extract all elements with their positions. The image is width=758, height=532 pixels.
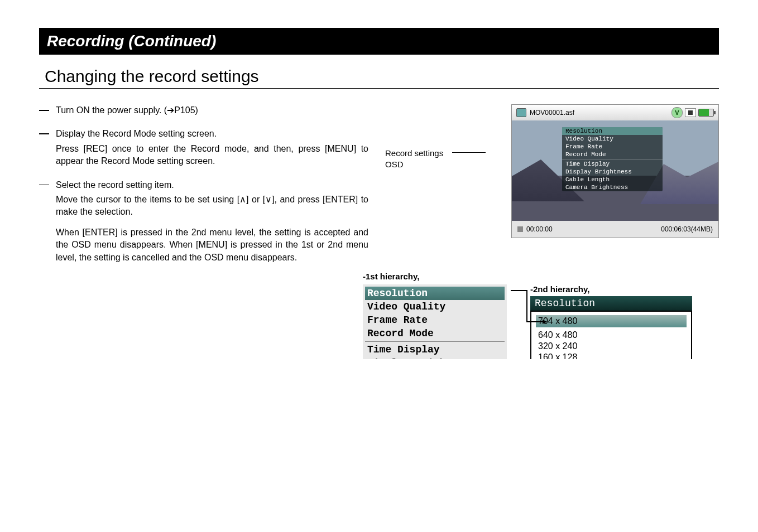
step-title: Turn ON the power supply. (➔P105) [56, 104, 368, 117]
osd-menu-item: Camera Brightness [562, 183, 663, 191]
record-settings-screenshot: MOV00001.asf V Resolution Video Quality [511, 104, 719, 238]
time-right: 000:06:03(44MB) [661, 225, 713, 233]
step-2: Display the Record Mode setting screen. … [56, 128, 368, 167]
osd-menu-item: Display Brightness [562, 168, 663, 176]
record-indicator-icon [517, 226, 523, 232]
step-1: Turn ON the power supply. (➔P105) [56, 104, 368, 117]
hierarchy-diagram: -1st hierarchy, Resolution Video Quality… [363, 272, 719, 359]
screenshot-titlebar: MOV00001.asf V [512, 105, 718, 120]
screenshot-filename: MOV00001.asf [530, 109, 574, 117]
submenu-option: 320 x 240 [536, 341, 687, 352]
battery-icon [698, 109, 714, 117]
step-title: Select the record setting item. [56, 179, 368, 191]
osd-menu-item: Cable Length [562, 176, 663, 183]
menu-item: Display Brightness [365, 356, 505, 359]
osd-label-line1: Record settings [385, 148, 443, 158]
submenu-option: 160 x 128 [536, 352, 687, 359]
menu-item: Time Display [365, 343, 505, 356]
osd-label: Record settings OSD [385, 148, 443, 170]
step-desc: Move the cursor to the items to be set u… [56, 194, 368, 219]
label-connector-line [452, 152, 486, 153]
screenshot-body: Resolution Video Quality Frame Rate Reco… [512, 120, 718, 221]
second-hierarchy-label: -2nd hierarchy, [530, 284, 692, 294]
step-desc: Press [REC] once to enter the Record mod… [56, 143, 368, 168]
step-3: Select the record setting item. Move the… [56, 179, 368, 219]
time-left: 00:00:00 [526, 225, 553, 233]
menu-item: Record Mode [365, 327, 505, 340]
steps-column: Turn ON the power supply. (➔P105) Displa… [39, 104, 368, 264]
osd-menu: Resolution Video Quality Frame Rate Reco… [562, 127, 663, 191]
stop-icon [685, 108, 696, 117]
first-hierarchy-menu: Resolution Video Quality Frame Rate Reco… [363, 284, 507, 359]
menu-item: Resolution [365, 287, 505, 300]
osd-menu-item: Resolution [562, 127, 663, 135]
osd-menu-item: Record Mode [562, 151, 663, 158]
section-title: Changing the record settings [45, 67, 719, 86]
submenu-box: 704 x 480 640 x 480 320 x 240 160 x 128 … [530, 311, 692, 359]
submenu-option: 704 x 480 [536, 315, 687, 327]
first-hierarchy-label: -1st hierarchy, [363, 272, 719, 281]
submenu-title: Resolution [530, 296, 692, 311]
osd-menu-item: Frame Rate [562, 143, 663, 151]
osd-menu-item: Time Display [562, 160, 663, 168]
note-text: When [ENTER] is pressed in the 2nd menu … [56, 226, 368, 264]
chapter-title: Recording (Continued) [39, 28, 719, 55]
submenu-option: 640 x 480 [536, 330, 687, 341]
app-icon [516, 108, 526, 117]
screenshot-footer: 00:00:00 000:06:03(44MB) [512, 221, 718, 238]
menu-item: Video Quality [365, 300, 505, 313]
osd-label-line2: OSD [385, 159, 404, 169]
step-title: Display the Record Mode setting screen. [56, 128, 368, 140]
v-button-icon: V [671, 107, 683, 118]
section-underline [39, 88, 719, 89]
menu-item: Frame Rate [365, 313, 505, 327]
osd-menu-item: Video Quality [562, 135, 663, 143]
